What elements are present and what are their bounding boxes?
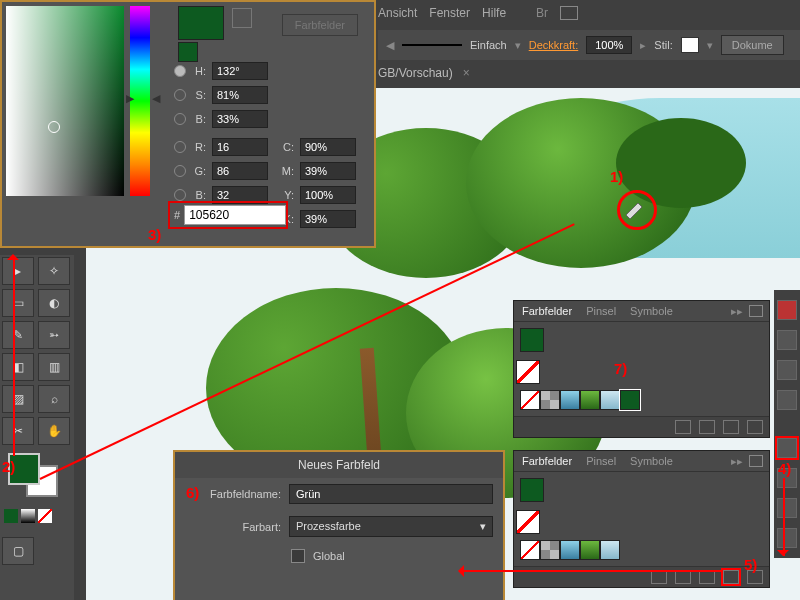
mini-swatch-gradient[interactable] <box>21 509 35 523</box>
style-swatch[interactable] <box>681 37 699 53</box>
hex-input[interactable]: 105620 <box>184 205 286 225</box>
panel-menu-icon[interactable]: ▸▸ <box>731 305 743 318</box>
tool-graph[interactable]: ▥ <box>38 353 70 381</box>
radio-s[interactable] <box>174 89 186 101</box>
panel-menu-icon[interactable]: ▸▸ <box>731 455 743 468</box>
dock-appearance-icon[interactable] <box>777 528 797 548</box>
color-field[interactable] <box>6 6 124 196</box>
add-swatch-button[interactable] <box>178 42 198 62</box>
document-tab[interactable]: GB/Vorschau) × <box>378 62 470 84</box>
swatch-item[interactable] <box>600 390 620 410</box>
value-k[interactable]: 39% <box>300 210 356 228</box>
farbfelder-button[interactable]: Farbfelder <box>282 14 358 36</box>
tool-eraser[interactable]: ◧ <box>2 353 34 381</box>
color-type-select[interactable]: Prozessfarbe▾ <box>289 516 493 537</box>
swatch-registration[interactable] <box>540 390 560 410</box>
color-field-cursor <box>48 121 60 133</box>
cube-icon[interactable] <box>232 8 252 28</box>
delete-swatch-icon[interactable] <box>747 420 763 434</box>
new-swatch-icon[interactable] <box>723 420 739 434</box>
tool-brush[interactable]: ✎ <box>2 321 34 349</box>
new-swatch-icon[interactable] <box>723 570 739 584</box>
menu-ansicht[interactable]: Ansicht <box>378 6 417 20</box>
opacity-field[interactable]: 100% <box>586 36 632 54</box>
annotation-line <box>461 570 721 572</box>
close-tab-icon[interactable]: × <box>463 66 470 80</box>
annotation-2: 2) <box>2 458 15 475</box>
layout-icon[interactable] <box>560 6 578 20</box>
swatch-item[interactable] <box>600 540 620 560</box>
swatch-none[interactable] <box>516 510 540 534</box>
arrow-left-icon[interactable]: ◀ <box>386 39 394 52</box>
radio-bb[interactable] <box>174 189 186 201</box>
swatch-current[interactable] <box>520 328 544 352</box>
tool-free-transform[interactable]: ✧ <box>38 257 70 285</box>
tool-direct-select[interactable]: ▸ <box>2 257 34 285</box>
tool-eyedropper[interactable]: ▨ <box>2 385 34 413</box>
right-dock <box>774 290 800 558</box>
opacity-label: Deckkraft: <box>529 39 579 51</box>
tab-farbfelder[interactable]: Farbfelder <box>522 455 572 467</box>
value-c[interactable]: 90% <box>300 138 356 156</box>
menu-bar: Ansicht Fenster Hilfe Br <box>378 2 578 24</box>
radio-r[interactable] <box>174 141 186 153</box>
swatch-noneitem[interactable] <box>520 390 540 410</box>
tab-farbfelder[interactable]: Farbfelder <box>522 305 572 317</box>
panel-grid-icon[interactable] <box>749 455 763 467</box>
value-g[interactable]: 86 <box>212 162 268 180</box>
swatches-panel-upper: Farbfelder Pinsel Symbole ▸▸ <box>513 300 770 438</box>
mini-swatch[interactable] <box>4 509 18 523</box>
swatch-name-input[interactable]: Grün <box>289 484 493 504</box>
dock-swatches-icon[interactable] <box>777 330 797 350</box>
tab-symbole[interactable]: Symbole <box>630 455 673 467</box>
value-h[interactable]: 132° <box>212 62 268 80</box>
tab-pinsel[interactable]: Pinsel <box>586 455 616 467</box>
tool-hand[interactable]: ✋ <box>38 417 70 445</box>
folder-icon[interactable] <box>699 570 715 584</box>
label-s: S: <box>192 89 206 101</box>
document-setup-button[interactable]: Dokume <box>721 35 784 55</box>
tool-lasso[interactable]: ◐ <box>38 289 70 317</box>
swatch-none[interactable] <box>516 360 540 384</box>
dock-layers-icon[interactable] <box>777 498 797 518</box>
tab-symbole[interactable]: Symbole <box>630 305 673 317</box>
radio-h[interactable] <box>174 65 186 77</box>
swatch-item[interactable] <box>580 540 600 560</box>
radio-b[interactable] <box>174 113 186 125</box>
mini-swatch-none[interactable] <box>38 509 52 523</box>
swatch-noneitem[interactable] <box>520 540 540 560</box>
swatch-item[interactable] <box>560 390 580 410</box>
tool-scissors[interactable]: ➳ <box>38 321 70 349</box>
swatch-lib-icon[interactable] <box>675 420 691 434</box>
swatch-options-icon[interactable] <box>675 570 691 584</box>
value-s[interactable]: 81% <box>212 86 268 104</box>
dock-color-icon[interactable] <box>777 300 797 320</box>
swatch-item[interactable] <box>560 540 580 560</box>
global-checkbox[interactable] <box>291 549 305 563</box>
value-bv[interactable]: 33% <box>212 110 268 128</box>
dock-symbols-icon[interactable] <box>777 390 797 410</box>
value-r[interactable]: 16 <box>212 138 268 156</box>
tool-shape[interactable]: ▭ <box>2 289 34 317</box>
swatch-item[interactable] <box>580 390 600 410</box>
stroke-style-value[interactable]: Einfach <box>470 39 507 51</box>
radio-g[interactable] <box>174 165 186 177</box>
swatch-lib-icon[interactable] <box>651 570 667 584</box>
dock-brushes-icon[interactable] <box>777 360 797 380</box>
panel-grid-icon[interactable] <box>749 305 763 317</box>
swatch-options-icon[interactable] <box>699 420 715 434</box>
value-m[interactable]: 39% <box>300 162 356 180</box>
value-y[interactable]: 100% <box>300 186 356 204</box>
dock-grid-icon[interactable] <box>777 438 797 458</box>
tool-slice[interactable]: ✂ <box>2 417 34 445</box>
swatch-registration[interactable] <box>540 540 560 560</box>
tab-pinsel[interactable]: Pinsel <box>586 305 616 317</box>
tool-zoom[interactable]: ⌕ <box>38 385 70 413</box>
app-search-icon[interactable]: Br <box>536 6 548 20</box>
swatch-new-green[interactable] <box>620 390 640 410</box>
screen-mode[interactable]: ▢ <box>2 537 34 565</box>
menu-hilfe[interactable]: Hilfe <box>482 6 506 20</box>
menu-fenster[interactable]: Fenster <box>429 6 470 20</box>
swatch-current[interactable] <box>520 478 544 502</box>
label-bv: B: <box>192 113 206 125</box>
